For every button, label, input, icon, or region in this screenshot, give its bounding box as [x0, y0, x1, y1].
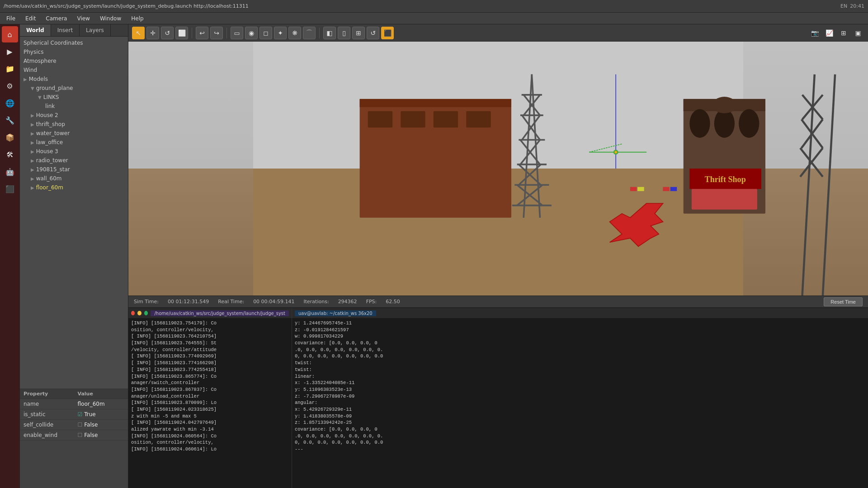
spotlight-btn[interactable]: ❋ [288, 27, 301, 39]
terminal2-icon[interactable]: ⬛ [2, 181, 18, 197]
tree-item-spherical-coordinates[interactable]: Spherical Coordinates [20, 38, 128, 47]
select-tool-btn[interactable]: ↖ [132, 27, 145, 39]
term-maximize-btn[interactable] [144, 311, 148, 315]
tree-item-radio_tower[interactable]: ▶ radio_tower [20, 156, 128, 165]
terminal-line: [INFO] [1568119023.870099]: Lo [131, 399, 289, 406]
menu-item-help[interactable]: Help [127, 14, 148, 23]
cylinder-btn[interactable]: ◻ [259, 27, 272, 39]
terminal-line: anager/switch_controller [131, 380, 289, 386]
tree-item-house-2[interactable]: ▶ House 2 [20, 111, 128, 120]
terminal-line: z with min -5 and max 5 [131, 413, 289, 420]
terminal-line: [INFO] [1568119024.060614]: Lo [131, 446, 289, 453]
menu-item-window[interactable]: Window [95, 14, 126, 23]
browser-icon[interactable]: 🌐 [2, 95, 18, 111]
tree-item-links[interactable]: ▼ LINKS [20, 93, 128, 102]
terminal-left: /home/uav/catkin_ws/src/judge_system/lau… [128, 308, 292, 488]
menu-item-view[interactable]: View [72, 14, 94, 23]
tree-item-atmosphere[interactable]: Atmosphere [20, 56, 128, 66]
tree-item-floor_60m[interactable]: ▶ floor_60m [20, 183, 128, 192]
terminal-line: w: 0.999817034229 [295, 333, 865, 340]
terminal-right-tab[interactable]: uav@uavlab: ~/catkin_ws 36x20 [295, 310, 376, 316]
toolbar-sep3 [319, 28, 320, 38]
translate-tool-btn[interactable]: ✛ [146, 27, 159, 39]
reset-time-button[interactable]: Reset Time [824, 297, 863, 306]
redo-btn[interactable]: ↪ [210, 27, 223, 39]
sphere-btn[interactable]: ◉ [245, 27, 258, 39]
menu-item-camera[interactable]: Camera [41, 14, 71, 23]
terminal-line: osition, controller/velocity, [131, 439, 289, 446]
rotate-tool-btn[interactable]: ↺ [161, 27, 174, 39]
terminal-line: twist: [295, 360, 865, 366]
term-minimize-btn[interactable] [137, 311, 141, 315]
terminal-left-tab[interactable]: /home/uav/catkin_ws/src/judge_system/lau… [151, 310, 289, 316]
tree-item-wall_60m[interactable]: ▶ wall_60m [20, 174, 128, 183]
scale-tool-btn[interactable]: ⬜ [175, 27, 188, 39]
prop-row-self_collide: self_collide ☐ False [20, 420, 128, 430]
files-icon[interactable]: 📁 [2, 61, 18, 77]
menu-item-edit[interactable]: Edit [21, 14, 40, 23]
fullscreen-btn[interactable]: ▣ [852, 27, 864, 39]
box-btn[interactable]: ▭ [231, 27, 243, 39]
config-icon[interactable]: ⚙ [2, 78, 18, 94]
tree-item-wind[interactable]: Wind [20, 66, 128, 75]
terminal-line: --- [295, 446, 865, 453]
terminal-icon[interactable]: ▶ [2, 43, 18, 60]
panel-tabs: World Insert Layers [20, 24, 128, 37]
copy-btn[interactable]: ◧ [323, 27, 336, 39]
active-tool-btn[interactable]: ⬛ [381, 27, 394, 39]
grid-btn[interactable]: ⊞ [352, 27, 365, 39]
tab-insert[interactable]: Insert [51, 24, 80, 36]
home-icon[interactable]: ⌂ [2, 26, 18, 42]
terminal-left-tab-label: /home/uav/catkin_ws/src/judge_system/lau… [154, 311, 285, 316]
settings-icon[interactable]: 🔧 [2, 112, 18, 128]
menubar: FileEditCameraViewWindowHelp [0, 13, 868, 24]
prop-row-is_static: is_static ☑ True [20, 409, 128, 420]
screenshot-btn[interactable]: 📷 [808, 27, 821, 39]
terminal-line: anager/unload_controller [131, 393, 289, 400]
tree-item-models[interactable]: ▶ Models [20, 75, 128, 84]
scene-tree: Spherical CoordinatesPhysicsAtmosphereWi… [20, 37, 128, 389]
tree-item-link[interactable]: link [20, 102, 128, 111]
terminal-line: [ INFO] [1568119024.023318625] [131, 406, 289, 413]
tab-layers[interactable]: Layers [80, 24, 111, 36]
terminal-line: .0, 0.0, 0.0, 0.0, 0.0, 0.0, 0. [295, 433, 865, 440]
tree-item-physics[interactable]: Physics [20, 47, 128, 56]
tools-icon[interactable]: 🛠 [2, 146, 18, 163]
tree-item-190815_star[interactable]: ▶ 190815_star [20, 165, 128, 174]
paste-btn[interactable]: ▯ [338, 27, 350, 39]
terminal-line: [INFO] [1568119023.764555]: St [131, 340, 289, 347]
terminal-line: [INFO] [1568119024.060564]: Co [131, 433, 289, 440]
tree-item-thrift_shop[interactable]: ▶ thrift_shop [20, 120, 128, 129]
tree-item-law_office[interactable]: ▶ law_office [20, 138, 128, 147]
terminal-line: [INFO] [1568119023.754179]: Co [131, 320, 289, 327]
tree-item-ground_plane[interactable]: ▼ ground_plane [20, 84, 128, 93]
snap-btn[interactable]: ↺ [367, 27, 379, 39]
terminal-line: [INFO] [1568119023.867837]: Co [131, 386, 289, 393]
left-icon-bar: ⌂▶📁⚙🌐🔧📦🛠🤖⬛ [0, 24, 20, 488]
tree-item-house-3[interactable]: ▶ House 3 [20, 147, 128, 156]
left-panel: World Insert Layers Spherical Coordinate… [20, 24, 128, 488]
dirlight-btn[interactable]: ⌒ [303, 27, 316, 39]
tab-world[interactable]: World [20, 24, 51, 36]
terminal-left-body[interactable]: [INFO] [1568119023.754179]: Coosition, c… [128, 318, 292, 488]
menu-item-file[interactable]: File [2, 14, 20, 23]
terminal-line: osition, controller/velocity, [131, 327, 289, 333]
terminal-line: y: 5.11096383523e-13 [295, 386, 865, 393]
plot-btn[interactable]: 📈 [823, 27, 835, 39]
3d-viewport[interactable]: Thrift Shop [128, 42, 868, 296]
robot-icon[interactable]: 🤖 [2, 164, 18, 180]
term-close-btn[interactable] [131, 311, 135, 315]
terminal-line: /velocity, controller/attitude [131, 347, 289, 353]
clock: 20:41 [850, 3, 864, 9]
iterations-label: Iterations: [304, 299, 329, 305]
terminal-right-titlebar: uav@uavlab: ~/catkin_ws 36x20 [292, 308, 868, 318]
terminal-line: z: 1.85713394242e-25 [295, 419, 865, 426]
sim-time-label: Sim Time: [134, 299, 159, 305]
terminal-right-body[interactable]: y: 1.24467695745e-11 z: -0.0191284621597… [292, 318, 868, 488]
tree-item-water_tower[interactable]: ▶ water_tower [20, 129, 128, 138]
package-icon[interactable]: 📦 [2, 129, 18, 145]
undo-btn[interactable]: ↩ [196, 27, 208, 39]
pointlight-btn[interactable]: ✦ [274, 27, 287, 39]
terminal-line: 0, 0.0, 0.0, 0.0, 0.0, 0.0, 0.0 [295, 353, 865, 360]
layout-btn[interactable]: ⊞ [837, 27, 850, 39]
